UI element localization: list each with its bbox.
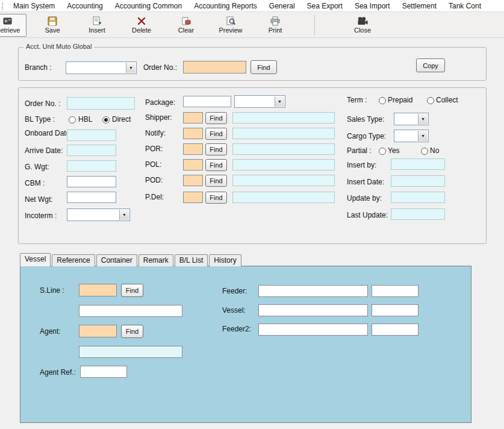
tab-history[interactable]: History [209, 254, 241, 266]
clear-icon [181, 16, 191, 26]
pdel-label: P.Del: [145, 193, 164, 201]
agent-code-input[interactable] [79, 325, 117, 337]
sales-type-label: Sales Type: [347, 115, 384, 124]
pod-find-button[interactable]: Find [205, 175, 227, 187]
notify-find-button[interactable]: Find [205, 128, 227, 140]
bl-type-direct-label: Direct [112, 115, 131, 124]
shipper-find-button[interactable]: Find [205, 112, 227, 124]
insert-date-input[interactable] [391, 175, 445, 187]
insert-button[interactable]: Insert [78, 14, 116, 37]
pdel-name-input[interactable] [232, 192, 335, 203]
term-collect-label: Collect [436, 96, 458, 104]
sline-code-input[interactable] [79, 284, 117, 296]
delete-button[interactable]: Delete [123, 14, 160, 37]
sline-name-input[interactable] [79, 305, 182, 317]
term-collect-radio[interactable] [427, 97, 434, 104]
insert-date-label: Insert Date: [347, 178, 384, 186]
feeder2-voyage-input[interactable] [372, 324, 418, 336]
chevron-down-icon[interactable]: ▼ [126, 63, 135, 73]
shipper-name-input[interactable] [232, 112, 335, 124]
menu-item-sea-import[interactable]: Sea Import [349, 1, 396, 11]
pod-name-input[interactable] [232, 175, 335, 186]
feeder-voyage-input[interactable] [372, 285, 418, 297]
chevron-down-icon[interactable]: ▼ [418, 114, 428, 124]
order-no-search-input[interactable] [183, 61, 246, 74]
sline-find-button[interactable]: Find [121, 284, 143, 297]
net-weight-label: Net Wgt: [25, 195, 53, 204]
vessel-label: Vessel: [222, 306, 246, 315]
branch-combo[interactable]: ▼ [66, 61, 137, 74]
tab-container[interactable]: Container [96, 254, 137, 266]
arrive-date-input[interactable] [67, 145, 116, 156]
sales-type-combo[interactable]: ▼ [394, 113, 429, 125]
menu-item-accounting[interactable]: Accounting [61, 1, 108, 11]
bl-type-direct-radio[interactable] [102, 116, 110, 124]
clear-button[interactable]: Clear [167, 14, 205, 37]
menu-item-tank-container[interactable]: Tank Cont [443, 1, 487, 11]
save-button[interactable]: Save [34, 14, 71, 37]
cargo-type-combo[interactable]: ▼ [394, 130, 429, 142]
menu-item-accounting-common[interactable]: Accounting Common [109, 1, 188, 11]
menu-item-main-system[interactable]: Main System [7, 1, 61, 11]
agent-ref-input[interactable] [80, 366, 127, 378]
bl-type-hbl-radio[interactable] [69, 116, 76, 124]
por-name-input[interactable] [232, 143, 335, 155]
pol-code-input[interactable] [183, 159, 203, 171]
order-no-input[interactable] [67, 97, 135, 110]
tab-vessel[interactable]: Vessel [20, 253, 51, 266]
tab-reference[interactable]: Reference [52, 254, 95, 266]
tab-remark[interactable]: Remark [138, 254, 173, 266]
partial-yes-radio[interactable] [379, 148, 386, 155]
print-icon [270, 16, 281, 26]
retrieve-button[interactable]: Retrieve [0, 14, 26, 37]
chevron-down-icon[interactable]: ▼ [418, 131, 428, 141]
pol-find-button[interactable]: Find [205, 159, 227, 171]
sline-label: S.Line : [40, 286, 64, 295]
close-button[interactable]: Close [344, 14, 381, 37]
feeder2-input[interactable] [258, 324, 368, 336]
gross-weight-input[interactable] [67, 160, 116, 172]
vessel-input[interactable] [258, 304, 368, 316]
order-no-search-label: Order No.: [143, 63, 177, 72]
agent-name-input[interactable] [79, 346, 182, 358]
preview-icon [225, 16, 236, 26]
package-input[interactable] [183, 96, 231, 107]
menu-item-settlement[interactable]: Settlement [396, 1, 443, 11]
agent-find-button[interactable]: Find [121, 325, 143, 338]
por-code-input[interactable] [183, 143, 203, 155]
copy-button[interactable]: Copy [416, 58, 445, 72]
package-unit-combo[interactable]: ▼ [234, 95, 285, 108]
insert-by-input[interactable] [391, 158, 445, 170]
por-find-button[interactable]: Find [205, 143, 227, 155]
pol-label: POL: [145, 160, 161, 169]
notify-name-input[interactable] [232, 128, 335, 139]
close-label: Close [354, 27, 371, 34]
menu-item-accounting-reports[interactable]: Accounting Reports [188, 1, 263, 11]
onboard-date-input[interactable] [67, 130, 116, 141]
notify-code-input[interactable] [183, 128, 203, 139]
chevron-down-icon[interactable]: ▼ [275, 96, 284, 107]
net-weight-input[interactable] [67, 192, 116, 203]
pdel-find-button[interactable]: Find [205, 192, 227, 204]
menu-item-general[interactable]: General [263, 1, 301, 11]
update-by-input[interactable] [391, 192, 445, 203]
pod-code-input[interactable] [183, 175, 203, 186]
pol-name-input[interactable] [232, 159, 335, 171]
print-button[interactable]: Print [257, 14, 294, 37]
feeder-input[interactable] [258, 285, 368, 297]
preview-button[interactable]: Preview [212, 14, 249, 37]
pdel-code-input[interactable] [183, 192, 203, 203]
term-prepaid-radio[interactable] [379, 97, 386, 104]
menu-item-sea-export[interactable]: Sea Export [301, 1, 349, 11]
insert-label: Insert [89, 27, 105, 34]
vessel-voyage-input[interactable] [372, 304, 418, 316]
tab-bl-list[interactable]: B/L List [175, 254, 208, 266]
incoterm-combo[interactable]: ▼ [67, 208, 130, 221]
shipper-code-input[interactable] [183, 112, 203, 124]
order-find-button[interactable]: Find [250, 60, 277, 74]
partial-no-radio[interactable] [421, 148, 428, 155]
cbm-input[interactable] [67, 176, 116, 187]
shipper-label: Shipper: [145, 113, 172, 122]
last-update-input[interactable] [391, 208, 445, 220]
chevron-down-icon[interactable]: ▼ [119, 210, 129, 220]
